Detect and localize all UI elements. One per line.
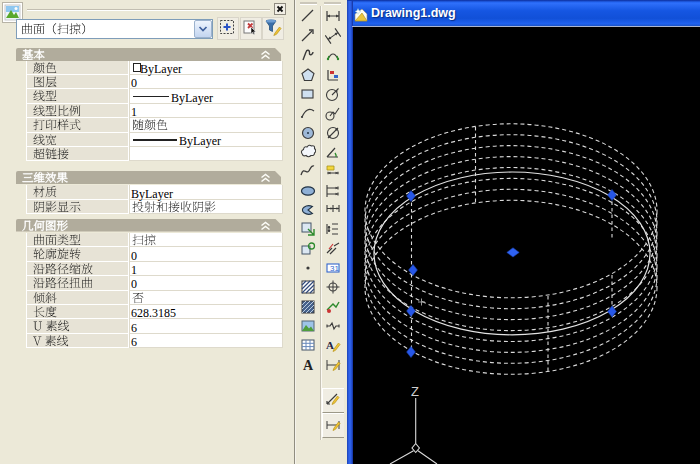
svg-text:A: A xyxy=(326,339,334,351)
svg-text:31: 31 xyxy=(330,264,339,273)
svg-text:Z: Z xyxy=(411,384,419,399)
svg-text:A: A xyxy=(303,358,314,373)
